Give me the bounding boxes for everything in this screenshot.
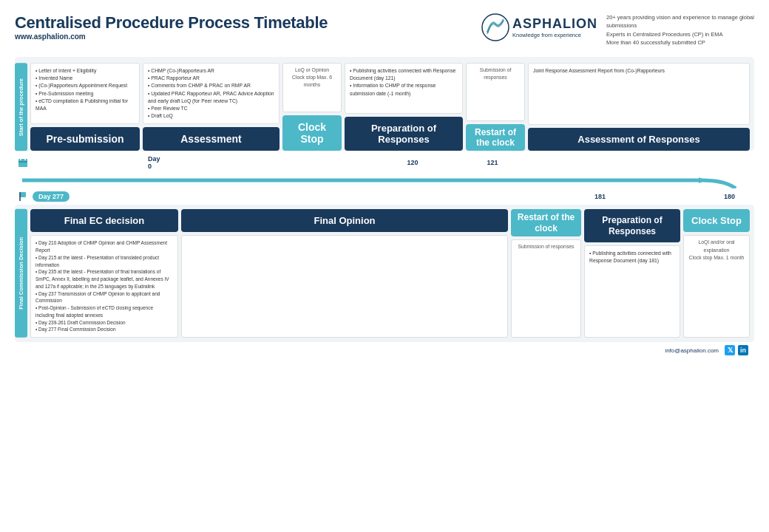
- header-description: 20+ years providing vision and experienc…: [606, 13, 754, 47]
- desc-line1: 20+ years providing vision and experienc…: [606, 13, 754, 30]
- flag-icon: [19, 191, 30, 202]
- assessment-col: CHMP (Co-)Rapporteurs AR PRAC Rapporteur…: [143, 63, 280, 151]
- logo-icon: [481, 13, 509, 41]
- logo-text: ASPHALION Knowledge from experience: [512, 16, 597, 38]
- bottom-restart-info: Submission of responses: [511, 239, 581, 338]
- list-item: Day 210 Adoption of CHMP Opinion and CHM…: [35, 239, 173, 254]
- bottom-restart-col: Restart of the clock Submission of respo…: [511, 209, 581, 338]
- start-procedure-label: Start of the procedure: [15, 63, 27, 151]
- list-item: Post-Opinion - Submission of eCTD closin…: [35, 304, 173, 319]
- presubmission-block: Pre-submission: [30, 127, 140, 151]
- svg-point-0: [482, 14, 509, 41]
- list-item: Letter of Intent + Eligibility: [35, 67, 135, 75]
- linkedin-icon[interactable]: in: [738, 345, 748, 355]
- bottom-clockstop-max: Clock stop Max. 1 month: [688, 254, 745, 262]
- calendar-icon: [18, 157, 28, 168]
- final-commission-label: Final Commission Decision: [15, 209, 27, 338]
- svg-rect-8: [20, 192, 26, 197]
- logo-area: ASPHALION Knowledge from experience: [481, 13, 597, 41]
- list-item: Publishing activities connected with Res…: [350, 67, 458, 82]
- header-left: Centralised Procedure Process Timetable …: [15, 13, 328, 41]
- joint-report-label: Joint Response Assessment Report from (C…: [533, 67, 745, 75]
- restart-clock-col: Submission of responses Restart of the c…: [466, 63, 525, 151]
- footer-icons: 𝕏 in: [725, 345, 748, 355]
- top-arrow-svg: [15, 172, 762, 188]
- presubmission-info: Letter of Intent + Eligibility Invented …: [30, 63, 140, 124]
- header: Centralised Procedure Process Timetable …: [15, 13, 754, 47]
- list-item: Publishing activities connected with Res…: [589, 250, 675, 265]
- desc-line2: Experts in Centralized Procedures (CP) i…: [606, 30, 754, 38]
- clockstop-col: LoQ or Opinion Clock stop Max. 6 months …: [282, 63, 342, 151]
- day121-label: 121: [482, 159, 503, 166]
- bottom-day-row: Day 277 181 180: [15, 190, 754, 203]
- clockstop-loq: LoQ or Opinion: [287, 66, 337, 74]
- footer: info@asphalion.com 𝕏 in: [15, 342, 754, 355]
- twitter-icon[interactable]: 𝕏: [725, 345, 735, 355]
- final-ec-col: Final EC decision Day 210 Adoption of CH…: [30, 209, 178, 338]
- day120-label: 120: [402, 159, 423, 166]
- assessment-responses-block: Assessment of Responses: [528, 128, 750, 151]
- list-item: Comments from CHMP & PRAC on RMP AR: [148, 82, 274, 89]
- list-item: (Co-)Rapporteurs Appointment Request: [35, 82, 135, 89]
- presubmission-col: Letter of Intent + Eligibility Invented …: [30, 63, 140, 151]
- assessment-info: CHMP (Co-)Rapporteurs AR PRAC Rapporteur…: [143, 63, 280, 124]
- top-arrow-row: [15, 172, 754, 188]
- list-item: Updated PRAC Rapporteur AR, PRAC Advice …: [148, 90, 274, 105]
- restart-clock-info: Submission of responses: [466, 63, 525, 121]
- list-item: Peer Review TC: [148, 105, 274, 112]
- desc-line3: More than 40 successfully submitted CP: [606, 38, 754, 47]
- list-item: Day 239-261 Draft Commission Decision: [35, 319, 173, 327]
- prep-responses-info: Publishing activities connected with Res…: [345, 63, 463, 114]
- list-item: Day 277 Final Commission Decision: [35, 326, 173, 333]
- list-item: Information to CHMP of the response subm…: [350, 82, 458, 97]
- submission-responses-label: Submission of responses: [470, 66, 521, 81]
- clockstop-info: LoQ or Opinion Clock stop Max. 6 months: [282, 63, 342, 112]
- prep-responses-block: Preparation of Responses: [345, 117, 463, 151]
- assessment-list: CHMP (Co-)Rapporteurs AR PRAC Rapporteur…: [148, 67, 274, 120]
- presubmission-list: Letter of Intent + Eligibility Invented …: [35, 67, 135, 112]
- assessment-responses-col: Joint Response Assessment Report from (C…: [528, 63, 750, 151]
- bottom-clockstop-block: Clock Stop: [683, 209, 750, 232]
- day0-label: Day 0: [148, 155, 155, 170]
- bottom-prep-block: Preparation of Responses: [584, 209, 680, 242]
- svg-rect-3: [18, 161, 27, 163]
- list-item: Day 215 at the latest - Presentation of …: [35, 254, 173, 269]
- bottom-restart-block: Restart of the clock: [511, 209, 581, 236]
- bottom-prep-list: Publishing activities connected with Res…: [589, 250, 675, 265]
- day180-label: 180: [724, 193, 735, 200]
- website-url: www.asphalion.com: [15, 33, 328, 41]
- logo-name: ASPHALION: [512, 16, 597, 32]
- bottom-prep-col: Preparation of Responses Publishing acti…: [584, 209, 680, 338]
- header-right: ASPHALION Knowledge from experience 20+ …: [481, 13, 754, 47]
- prep-responses-col: Publishing activities connected with Res…: [345, 63, 463, 151]
- list-item: PRAC Rapporteur AR: [148, 75, 274, 82]
- final-opinion-col: Final Opinion: [181, 209, 508, 338]
- assessment-block: Assessment: [143, 127, 280, 151]
- list-item: eCTD compilation & Publishing initial fo…: [35, 98, 135, 112]
- bottom-section: Final Commission Decision Final EC decis…: [15, 205, 754, 342]
- top-day-row: Day 0 120 121: [15, 153, 754, 172]
- clockstop-block: Clock Stop: [282, 115, 342, 151]
- final-opinion-block: Final Opinion: [181, 209, 508, 232]
- list-item: Day 235 at the latest - Presentation of …: [35, 268, 173, 290]
- list-item: Invented Name: [35, 75, 135, 82]
- assessment-responses-info: Joint Response Assessment Report from (C…: [528, 63, 750, 125]
- bottom-clockstop-col: Clock Stop LoQI and/or oral explanation …: [683, 209, 750, 338]
- final-ec-list: Day 210 Adoption of CHMP Opinion and CHM…: [35, 239, 173, 333]
- list-item: Pre-Submission meeting: [35, 90, 135, 98]
- svg-marker-7: [699, 177, 706, 183]
- list-item: Day 237 Transmission of CHMP Opinion to …: [35, 290, 173, 305]
- bottom-prep-info: Publishing activities connected with Res…: [584, 245, 680, 338]
- list-item: Draft LoQ: [148, 112, 274, 120]
- prep-responses-list: Publishing activities connected with Res…: [350, 67, 458, 98]
- final-ec-info: Day 210 Adoption of CHMP Opinion and CHM…: [30, 235, 178, 338]
- logo-tagline: Knowledge from experience: [512, 32, 597, 38]
- bottom-loqi-label: LoQI and/or oral explanation: [688, 239, 745, 253]
- page: Centralised Procedure Process Timetable …: [0, 0, 769, 532]
- footer-email: info@asphalion.com: [665, 347, 719, 354]
- clockstop-max: Clock stop Max. 6 months: [287, 74, 337, 89]
- final-opinion-empty: [181, 235, 508, 338]
- list-item: CHMP (Co-)Rapporteurs AR: [148, 67, 274, 75]
- top-section: Start of the procedure Letter of Intent …: [15, 57, 754, 151]
- day277-label: Day 277: [33, 191, 70, 202]
